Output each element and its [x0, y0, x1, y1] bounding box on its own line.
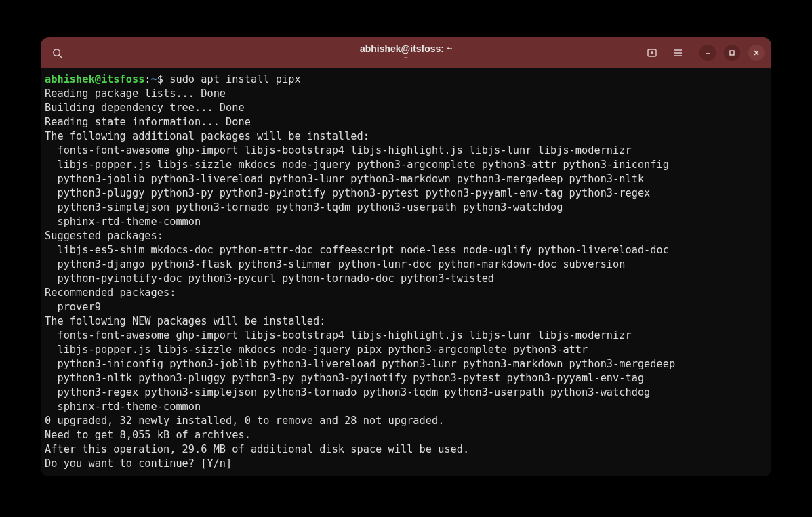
terminal-window: abhishek@itsfoss: ~ ~: [41, 37, 771, 476]
output-line: libjs-popper.js libjs-sizzle mkdocs node…: [45, 158, 767, 172]
output-line: python3-regex python3-simplejson python3…: [45, 386, 767, 400]
minimize-icon: [704, 49, 711, 56]
svg-line-1: [59, 55, 62, 58]
output-line: python3-pluggy python3-py python3-pyinot…: [45, 186, 767, 201]
maximize-button[interactable]: [724, 45, 740, 61]
continue-prompt: Do you want to continue? [Y/n]: [45, 457, 767, 471]
output-line: sphinx-rtd-theme-common: [45, 400, 767, 414]
output-line: Need to get 8,055 kB of archives.: [45, 428, 767, 442]
new-tab-icon: [647, 47, 657, 58]
prompt-path: ~: [151, 73, 157, 85]
output-line: python3-iniconfig python3-joblib python3…: [45, 357, 767, 371]
close-icon: [753, 49, 760, 56]
minimize-button[interactable]: [699, 45, 716, 61]
prompt-sep2: $: [157, 73, 169, 85]
output-line: 0 upgraded, 32 newly installed, 0 to rem…: [45, 414, 767, 428]
output-line: python3-nltk python3-pluggy python3-py p…: [45, 371, 767, 386]
menu-button[interactable]: [670, 45, 686, 61]
hamburger-icon: [673, 48, 683, 58]
output-line: Reading package lists... Done: [45, 87, 767, 101]
output-line: sphinx-rtd-theme-common: [45, 215, 767, 229]
titlebar: abhishek@itsfoss: ~ ~: [41, 37, 771, 68]
output-line: prover9: [45, 300, 767, 314]
prompt-user-host: abhishek@itsfoss: [45, 73, 144, 85]
window-title-text: abhishek@itsfoss: ~: [360, 44, 452, 54]
output-line: Suggested packages:: [45, 229, 767, 243]
output-line: After this operation, 29.6 MB of additio…: [45, 442, 767, 457]
svg-point-0: [53, 49, 59, 55]
window-title: abhishek@itsfoss: ~ ~: [360, 44, 452, 62]
output-line: Reading state information... Done: [45, 115, 767, 129]
window-controls: [699, 45, 765, 61]
search-icon: [52, 48, 62, 58]
terminal-output[interactable]: abhishek@itsfoss:~$ sudo apt install pip…: [41, 68, 771, 475]
prompt-line: abhishek@itsfoss:~$ sudo apt install pip…: [45, 73, 767, 87]
output-line: libjs-popper.js libjs-sizzle mkdocs node…: [45, 343, 767, 357]
titlebar-right: [644, 45, 765, 61]
svg-rect-9: [730, 51, 734, 55]
search-button[interactable]: [47, 43, 66, 62]
output-line: python3-django python3-flask python3-sli…: [45, 257, 767, 272]
output-line: The following additional packages will b…: [45, 129, 767, 144]
output-line: python3-joblib python3-livereload python…: [45, 172, 767, 186]
window-subtitle: ~: [360, 54, 452, 62]
close-button[interactable]: [748, 45, 765, 61]
maximize-icon: [729, 49, 735, 56]
output-line: libjs-es5-shim mkdocs-doc python-attr-do…: [45, 243, 767, 257]
output-line: python-pyinotify-doc python3-pycurl pyth…: [45, 272, 767, 286]
output-line: fonts-font-awesome ghp-import libjs-boot…: [45, 329, 767, 343]
prompt-sep1: :: [144, 73, 150, 85]
output-line: The following NEW packages will be insta…: [45, 314, 767, 329]
output-line: python3-simplejson python3-tornado pytho…: [45, 201, 767, 215]
output-line: Recommended packages:: [45, 286, 767, 300]
new-tab-button[interactable]: [644, 45, 660, 61]
output-line: Building dependency tree... Done: [45, 101, 767, 115]
output-line: fonts-font-awesome ghp-import libjs-boot…: [45, 144, 767, 158]
command-text: sudo apt install pipx: [169, 73, 300, 85]
